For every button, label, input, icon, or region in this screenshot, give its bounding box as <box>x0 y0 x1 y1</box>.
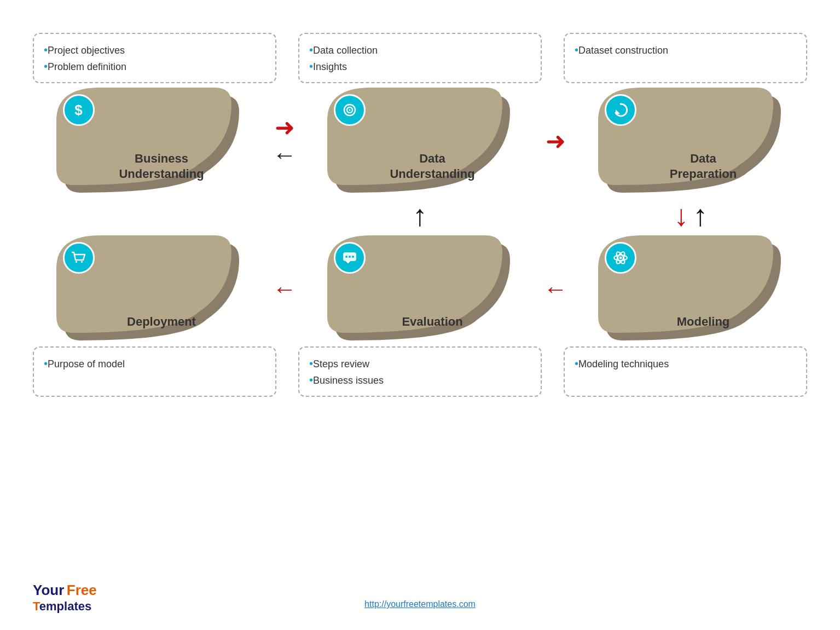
label-model: Modeling <box>628 314 779 330</box>
watermark-row1: Your Free <box>33 582 97 599</box>
info-text-tr-1: Dataset construction <box>578 45 668 56</box>
svg-rect-5 <box>81 261 83 263</box>
top-blob-row: $ Business Understanding ➜ ← <box>33 88 807 194</box>
info-text-tl-1: Project objectives <box>48 45 125 56</box>
watermark: Your Free Templates <box>33 582 97 614</box>
footer-link[interactable]: http://yourfreetemplates.com <box>364 599 476 609</box>
arrow-right-1: ➜ <box>275 115 295 140</box>
info-text-tm-1: Data collection <box>313 45 378 56</box>
icon-business: $ <box>63 94 95 126</box>
watermark-free: Free <box>67 582 97 598</box>
blob-data-understanding: Data Understanding <box>304 88 536 194</box>
icon-eval <box>334 242 366 274</box>
top-info-row: •Project objectives •Problem definition … <box>33 33 807 83</box>
blob-business: $ Business Understanding <box>33 88 265 194</box>
watermark-tem: Templates <box>33 599 91 613</box>
info-box-top-left: •Project objectives •Problem definition <box>33 33 276 83</box>
vert-col2: ↑ <box>304 200 536 230</box>
info-box-top-middle: •Data collection •Insights <box>298 33 542 83</box>
info-text-tl-2: Problem definition <box>48 61 126 72</box>
info-box-bottom-middle: •Steps review •Business issues <box>298 346 542 397</box>
svg-point-9 <box>352 256 354 258</box>
arrow-down-right: ↓ <box>674 200 689 230</box>
blob-evaluation: Evaluation <box>304 235 536 342</box>
arrows-between-col2-col3: ➜ <box>536 88 575 194</box>
info-box-bottom-right: •Modeling techniques <box>564 346 807 397</box>
info-text-bm-2: Business issues <box>313 375 384 386</box>
arrow-left-1: ← <box>273 143 297 167</box>
icon-du <box>334 94 366 126</box>
arrows-between-eval-deploy: ← <box>265 235 304 342</box>
info-box-bottom-left: •Purpose of model <box>33 346 276 397</box>
arrow-left-3: ← <box>273 277 297 301</box>
icon-model <box>605 242 636 274</box>
svg-point-8 <box>349 256 351 258</box>
arrows-between-model-eval: ← <box>536 235 575 342</box>
vertical-arrows-row: ↑ ↓ ↑ <box>33 194 807 235</box>
icon-deploy <box>63 242 95 274</box>
label-deploy: Deployment <box>86 314 237 330</box>
info-text-bm-1: Steps review <box>313 359 369 369</box>
watermark-row2: Templates <box>33 599 97 614</box>
vert-col3: ↓ ↑ <box>575 200 807 230</box>
svg-marker-3 <box>616 109 620 114</box>
arrow-up-middle: ↑ <box>413 200 427 230</box>
info-text-bl-1: Purpose of model <box>48 359 125 369</box>
arrows-between-col1-col2: ➜ ← <box>265 88 304 194</box>
info-text-br-1: Modeling techniques <box>578 359 669 369</box>
blob-modeling: Modeling <box>575 235 807 342</box>
arrow-up-right: ↑ <box>693 200 708 230</box>
svg-rect-4 <box>76 261 77 263</box>
svg-point-7 <box>345 256 347 258</box>
label-business: Business Understanding <box>86 151 237 182</box>
info-box-top-right: •Dataset construction <box>564 33 807 83</box>
watermark-your: Your <box>33 582 64 598</box>
info-text-tm-2: Insights <box>313 61 347 72</box>
label-dp: Data Preparation <box>628 151 779 182</box>
arrow-right-2: ➜ <box>546 129 566 153</box>
label-eval: Evaluation <box>357 314 508 330</box>
bottom-info-row: •Purpose of model •Steps review •Busines… <box>33 346 807 397</box>
icon-dp <box>605 94 636 126</box>
svg-point-2 <box>349 109 350 111</box>
label-du: Data Understanding <box>357 151 508 182</box>
blob-data-prep: Data Preparation <box>575 88 807 194</box>
blob-deployment: Deployment <box>33 235 265 342</box>
svg-point-13 <box>619 257 622 259</box>
bottom-blob-row: Deployment ← <box>33 235 807 342</box>
diagram-layout: •Project objectives •Problem definition … <box>33 33 807 402</box>
arrow-left-4: ← <box>543 277 567 301</box>
